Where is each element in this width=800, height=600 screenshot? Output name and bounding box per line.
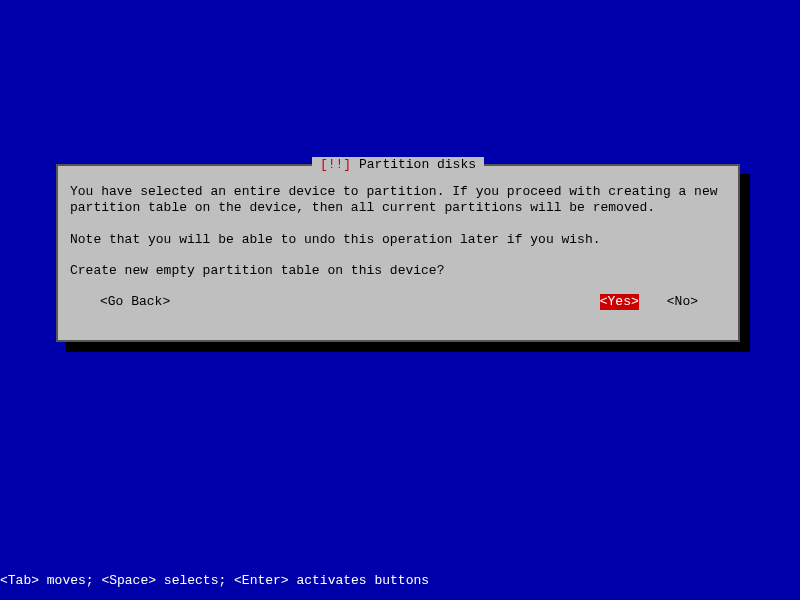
partition-dialog: [!!] Partition disks You have selected a… [56,164,740,342]
dialog-content: You have selected an entire device to pa… [58,166,738,322]
help-bar: <Tab> moves; <Space> selects; <Enter> ac… [0,573,429,588]
dialog-para-1: You have selected an entire device to pa… [70,184,726,217]
button-row: <Go Back> <Yes> <No> [70,294,726,310]
yes-button[interactable]: <Yes> [600,294,639,310]
dialog-title-text: Partition disks [359,157,476,172]
dialog-title-prefix: [!!] [320,157,351,172]
dialog-para-2: Note that you will be able to undo this … [70,232,726,248]
no-button[interactable]: <No> [667,294,698,310]
go-back-button[interactable]: <Go Back> [100,294,170,309]
dialog-title-container: [!!] Partition disks [58,157,738,172]
dialog-question: Create new empty partition table on this… [70,263,726,279]
